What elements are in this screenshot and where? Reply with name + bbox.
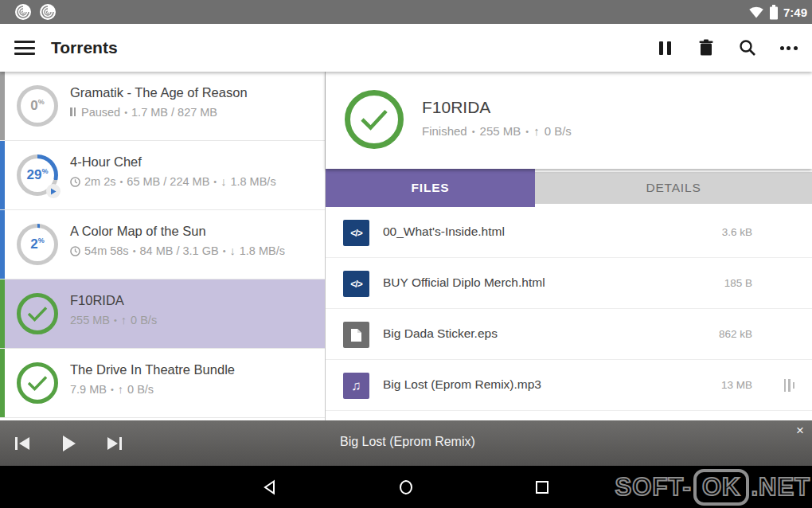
document-file-icon	[343, 322, 369, 348]
download-arrow-icon: ↓	[229, 244, 235, 257]
next-track-button[interactable]	[105, 434, 124, 453]
status-stripe	[0, 210, 5, 279]
file-row[interactable]: </> BUY Official Diplo Merch.html 185 B	[326, 258, 812, 309]
clock-icon	[70, 246, 80, 256]
search-icon	[739, 39, 756, 57]
check-icon	[27, 306, 48, 322]
torrent-name: The Drive In Theatre Bundle	[70, 362, 317, 377]
play-icon	[61, 435, 76, 452]
pause-icon	[70, 106, 77, 119]
tab-details[interactable]: DETAILS	[535, 172, 812, 204]
status-stripe	[0, 141, 5, 209]
recents-button[interactable]	[518, 466, 566, 508]
progress-circle[interactable]: 0%	[17, 85, 58, 127]
menu-icon[interactable]	[14, 37, 35, 59]
torrent-row-gramatik[interactable]: 0% Gramatik - The Age of Reason Paused •…	[0, 72, 325, 141]
pause-all-button[interactable]	[654, 37, 675, 58]
download-arrow-icon: ↓	[221, 175, 226, 188]
file-list: </> 00_What's-Inside.html 3.6 kB </> BUY…	[326, 207, 812, 411]
torrent-row-4-hour-chef[interactable]: 29% 4-Hour Chef 2m 2s • 65 MB / 224 MB •…	[0, 141, 325, 210]
check-icon	[27, 375, 48, 391]
delete-button[interactable]	[696, 37, 716, 58]
detail-tabs: FILES DETAILS	[326, 169, 812, 207]
play-icon	[50, 188, 57, 195]
skip-previous-icon	[14, 436, 31, 451]
recents-icon	[535, 480, 549, 494]
file-name: Big Dada Sticker.eps	[383, 326, 498, 341]
progress-circle[interactable]: 2%	[17, 224, 58, 265]
skip-next-icon	[106, 436, 123, 451]
detail-title: F10RIDA	[422, 98, 572, 117]
progress-circle[interactable]: 29%	[17, 154, 58, 196]
notification-area	[14, 3, 57, 21]
file-size: 3.6 kB	[722, 226, 752, 238]
torrent-meta: Paused • 1.7 MB / 827 MB	[70, 106, 317, 119]
status-clock: 7:49	[783, 6, 807, 19]
status-bar: 7:49	[0, 0, 812, 24]
overflow-menu-button[interactable]	[779, 37, 799, 58]
file-row[interactable]: Big Dada Sticker.eps 862 kB	[326, 309, 812, 360]
file-size: 185 B	[724, 277, 752, 289]
progress-percent: 0	[30, 98, 37, 113]
detail-meta: Finished • 255 MB • ↑ 0 B/s	[422, 124, 572, 138]
torrent-detail-panel: F10RIDA Finished • 255 MB • ↑ 0 B/s FILE…	[326, 72, 812, 420]
torrent-notification-icon	[39, 3, 57, 21]
audio-file-icon: ♫	[343, 373, 369, 399]
finished-circle-large	[345, 90, 404, 149]
clock-icon	[70, 177, 80, 187]
home-icon	[398, 479, 414, 495]
search-button[interactable]	[737, 37, 758, 58]
html-file-icon: </>	[343, 271, 369, 297]
back-icon	[262, 479, 278, 495]
play-button[interactable]	[59, 434, 78, 453]
home-button[interactable]	[382, 466, 430, 508]
file-name: BUY Official Diplo Merch.html	[383, 275, 545, 290]
torrent-row-drive-in-theatre[interactable]: The Drive In Theatre Bundle 7.9 MB • ↑ 0…	[0, 349, 325, 418]
upload-arrow-icon: ↑	[118, 383, 123, 396]
upload-arrow-icon: ↑	[121, 314, 127, 326]
page-title: Torrents	[51, 38, 118, 57]
page-icon	[350, 328, 362, 342]
trash-icon	[698, 39, 714, 57]
torrent-name: F10RIDA	[70, 293, 317, 308]
player-bar: Big Lost (Eprom Remix) ×	[0, 420, 812, 466]
progress-percent: 29	[27, 167, 42, 182]
android-nav-bar: SOFT-OK.NET	[0, 466, 812, 508]
file-row[interactable]: ♫ Big Lost (Eprom Remix).mp3 13 MB	[326, 360, 812, 411]
progress-percent: 2	[30, 236, 37, 252]
close-player-button[interactable]: ×	[796, 424, 804, 437]
torrent-row-f10rida-selected[interactable]: F10RIDA 255 MB • ↑ 0 B/s	[0, 279, 325, 349]
torrent-meta: 7.9 MB • ↑ 0 B/s	[70, 383, 317, 396]
file-size: 862 kB	[719, 328, 752, 340]
file-name: Big Lost (Eprom Remix).mp3	[383, 377, 541, 392]
detail-header: F10RIDA Finished • 255 MB • ↑ 0 B/s	[326, 72, 812, 169]
previous-track-button[interactable]	[13, 434, 32, 453]
battery-icon	[769, 5, 779, 20]
torrent-list: 0% Gramatik - The Age of Reason Paused •…	[0, 72, 325, 420]
torrent-name: Gramatik - The Age of Reason	[70, 85, 317, 100]
file-row[interactable]: </> 00_What's-Inside.html 3.6 kB	[326, 207, 812, 258]
check-icon	[360, 108, 388, 131]
watermark: SOFT-OK.NET	[615, 469, 810, 505]
upload-arrow-icon: ↑	[533, 124, 540, 138]
finished-circle[interactable]	[17, 362, 58, 404]
equalizer-icon	[784, 379, 795, 392]
back-button[interactable]	[246, 466, 294, 508]
file-name: 00_What's-Inside.html	[383, 225, 505, 239]
wifi-icon	[748, 5, 764, 19]
torrent-row-color-map[interactable]: 2% A Color Map of the Sun 54m 58s • 84 M…	[0, 210, 325, 279]
torrent-name: 4-Hour Chef	[70, 154, 317, 170]
torrent-meta: 54m 58s • 84 MB / 3.1 GB • ↓ 1.8 MB/s	[70, 244, 317, 257]
torrent-meta: 2m 2s • 65 MB / 224 MB • ↓ 1.8 MB/s	[70, 175, 317, 188]
html-file-icon: </>	[343, 220, 369, 246]
now-playing-title: Big Lost (Eprom Remix)	[340, 435, 475, 449]
torrent-meta: 255 MB • ↑ 0 B/s	[70, 314, 317, 326]
status-stripe	[0, 349, 5, 417]
status-stripe	[0, 279, 5, 348]
app-toolbar: Torrents	[0, 24, 812, 72]
torrent-notification-icon	[14, 3, 32, 21]
finished-circle[interactable]	[17, 293, 58, 334]
resume-badge	[46, 184, 61, 198]
tab-files[interactable]: FILES	[326, 169, 535, 207]
app-screen: 7:49 Torrents	[0, 0, 812, 508]
